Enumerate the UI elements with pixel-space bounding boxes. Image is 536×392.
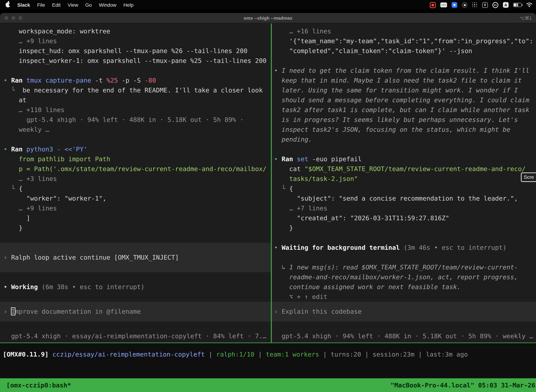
text-seg: I: [11, 308, 15, 315]
terminal-line: … +9 lines: [4, 36, 271, 46]
text-seg: "worker": "worker-1",: [4, 195, 106, 202]
terminal-line: inspect_hud: omx sparkshell --tmux-pane …: [4, 46, 271, 56]
dark-app-icon[interactable]: [462, 2, 467, 8]
text-seg: ]: [4, 214, 30, 222]
terminal-line: [4, 135, 271, 144]
text-seg: … +7 lines: [274, 205, 327, 212]
text-seg: '{"team_name":"my-team","task_id":"1","f…: [274, 37, 533, 45]
terminal-line: ⌥ + ↑ edit: [274, 292, 536, 302]
menu-item-4[interactable]: Go: [85, 2, 92, 8]
text-seg: "$OMX_TEAM_STATE_ROOT/team/review-curren…: [304, 165, 526, 173]
text-seg: •: [274, 155, 282, 163]
battery-percent: 61: [513, 3, 521, 6]
menu-bar-left: SlackFileEditViewGoWindowHelp: [0, 2, 134, 8]
text-seg: •: [4, 145, 11, 153]
tmux-pane-right[interactable]: … +16 lines '{"team_name":"my-team","tas…: [272, 23, 536, 342]
text-seg: last:3m ago: [426, 350, 468, 358]
battery-icon[interactable]: 61: [513, 3, 522, 7]
wifi-icon[interactable]: [526, 2, 532, 7]
keyboard-icon[interactable]: [440, 2, 447, 7]
prompt-band[interactable]: › Ralph loop active continue [OMX_TMUX_I…: [0, 243, 271, 272]
text-seg: [274, 175, 289, 182]
text-seg: ⌥ + ↑ edit: [274, 293, 327, 300]
menu-item-0[interactable]: Slack: [17, 2, 30, 8]
text-seg: Ran: [11, 77, 26, 84]
terminal-line: … +9 lines: [4, 203, 271, 213]
text-seg: inspect task2's JSON, focusing on the st…: [274, 126, 510, 133]
text-seg: Ran: [11, 145, 26, 153]
tmux-host-clock: "MacBook-Pro-44.local" 05:03 31-Mar-26: [390, 382, 535, 389]
terminal-line: › Explain this codebase: [274, 307, 536, 317]
text-seg: python3 - <<'PY': [26, 145, 87, 153]
gauge-icon[interactable]: 61: [492, 2, 498, 8]
ghost-app-icon[interactable]: 8: [482, 2, 488, 8]
terminal-line: › Ralph loop active continue [OMX_TMUX_I…: [4, 252, 271, 262]
text-seg: -p -S: [118, 77, 144, 84]
text-seg: {: [19, 185, 23, 192]
text-seg: … +16 lines: [274, 27, 331, 35]
menu-item-1[interactable]: File: [37, 2, 45, 8]
text-seg: later. Using the same for transition mig…: [274, 86, 518, 94]
stop-recording-icon[interactable]: [430, 2, 436, 8]
terminal-line: • Waiting for background terminal (3m 46…: [274, 243, 536, 252]
apple-menu-icon[interactable]: [6, 2, 10, 7]
terminal-line: "completed","claim_token":"claim-token"}…: [274, 46, 536, 56]
prompt-band[interactable]: › Improve documentation in @filename: [0, 302, 271, 321]
terminal-line: should send a message before completing …: [274, 95, 536, 105]
menu-items: SlackFileEditViewGoWindowHelp: [17, 2, 134, 8]
menu-item-2[interactable]: Edit: [52, 2, 61, 8]
terminal-line: '{"team_name":"my-team","task_id":"1","f…: [274, 36, 536, 46]
menu-item-3[interactable]: View: [68, 2, 78, 8]
terminal-line: gpt-5.4 xhigh · essay/ai-reimplementatio…: [4, 331, 271, 341]
text-seg: |: [254, 350, 266, 358]
terminal-line: └ be necessary for the end of the README…: [4, 85, 271, 95]
text-seg: Waiting for background terminal: [282, 244, 404, 251]
text-seg: ralph:1/10: [216, 350, 254, 358]
text-seg: p = Path('.omx/state/team/review-current…: [4, 165, 267, 173]
tmux-pane-left[interactable]: workspace_mode: worktree … +9 lines insp…: [0, 23, 271, 342]
terminal-line: … +3 lines: [4, 174, 271, 184]
text-seg: cat: [274, 165, 304, 173]
text-seg: •: [274, 67, 282, 74]
text-seg: be necessary for the end of the README. …: [23, 86, 263, 94]
text-seg: readme-and-reco/mailbox/worker-1.json, a…: [274, 273, 518, 281]
menu-item-6[interactable]: Help: [124, 2, 134, 8]
prompt-band[interactable]: › Explain this codebase: [272, 302, 536, 321]
text-seg: └: [4, 86, 23, 94]
terminal-line: weekly …: [4, 125, 271, 135]
text-seg: Explain this codebase: [282, 308, 362, 315]
text-seg: task2 after task1 is complete, but can I…: [274, 106, 529, 113]
terminal-line: • Ran set -euo pipefail: [274, 154, 536, 164]
text-seg: session:23m: [373, 350, 414, 358]
text-seg: └: [4, 185, 19, 192]
blue-app-icon[interactable]: [452, 2, 457, 8]
input-source-icon[interactable]: A: [503, 2, 509, 8]
text-seg: set: [297, 155, 308, 163]
terminal-line: … +16 lines: [274, 26, 536, 36]
terminal-body: workspace_mode: worktree … +9 lines insp…: [0, 23, 536, 392]
text-seg: |: [319, 350, 330, 358]
terminal-line: inspect task2's JSON, focusing on the st…: [274, 125, 536, 135]
terminal-line: [4, 292, 271, 302]
terminal-line: [274, 252, 536, 262]
text-seg: |: [361, 350, 373, 358]
text-seg: -t: [91, 77, 107, 84]
text-seg: (6m 38s • esc to interrupt): [42, 283, 144, 290]
output-block: • Working (6m 38s • esc to interrupt): [4, 272, 271, 302]
text-seg: mprove documentation in @filename: [15, 308, 141, 315]
terminal-line: readme-and-reco/mailbox/worker-1.json, a…: [274, 272, 536, 282]
tmux-panes: workspace_mode: worktree … +9 lines insp…: [0, 23, 536, 342]
terminal-line: [4, 233, 271, 243]
text-seg: }: [274, 224, 293, 232]
text-seg: … +9 lines: [4, 205, 57, 212]
terminal-line: gpt-5.4 xhigh · 94% left · 488K in · 5.1…: [4, 115, 271, 125]
window-titlebar[interactable]: omx --xhigh --madmax ⌥⌘1: [0, 13, 536, 23]
terminal-line: ]: [4, 213, 271, 223]
dots-grid-icon[interactable]: [472, 2, 478, 8]
terminal-line: [4, 272, 271, 282]
menu-item-5[interactable]: Window: [99, 2, 116, 8]
text-seg: •: [4, 77, 11, 84]
text-seg: team:1 workers: [266, 350, 319, 358]
text-seg: |: [205, 350, 216, 358]
text-seg: gpt-5.4 xhigh · 94% left · 488K in · 5.1…: [274, 332, 533, 340]
